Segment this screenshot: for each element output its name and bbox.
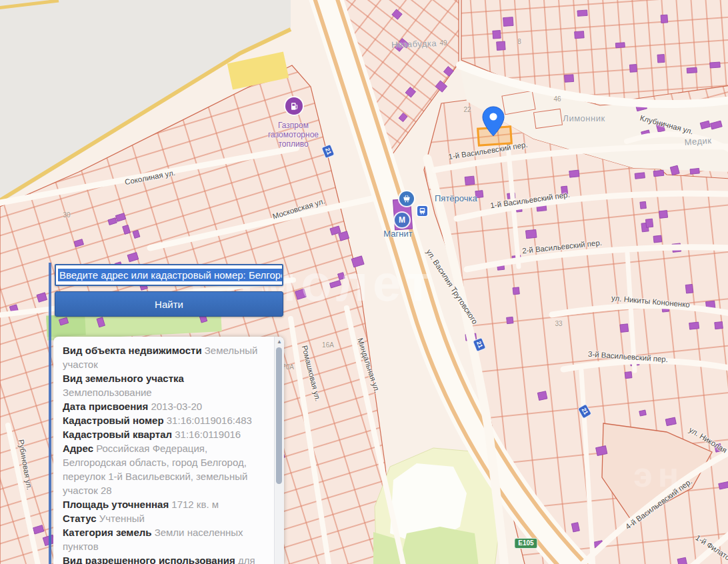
house <box>690 168 699 174</box>
panel-field: Площадь уточненная 1712 кв. м <box>63 497 263 511</box>
house <box>653 235 662 243</box>
panel-field: Вид разрешенного использования для персп… <box>63 553 263 564</box>
house <box>493 31 501 39</box>
panel-field: Статус Учтенный <box>63 511 263 525</box>
pin-icon <box>482 106 505 137</box>
house <box>685 284 693 293</box>
panel-field: Дата присвоения 2013-03-20 <box>63 399 263 413</box>
field-label: Категория земель <box>63 527 151 538</box>
house <box>577 10 587 16</box>
field-value: 31:16:0119016:483 <box>164 415 252 426</box>
house <box>715 443 722 452</box>
house <box>507 317 513 323</box>
field-label: Вид объекта недвижимости <box>63 345 202 356</box>
house <box>645 219 653 227</box>
field-label: Вид земельного участка <box>63 373 184 384</box>
fuel-icon[interactable] <box>285 97 303 115</box>
house <box>615 43 625 48</box>
scroll-thumb[interactable] <box>276 347 282 484</box>
scroll-up-arrow-icon[interactable]: ▲ <box>275 337 284 346</box>
map-pin[interactable] <box>482 106 505 139</box>
house <box>569 170 579 177</box>
house <box>497 41 505 50</box>
house <box>629 65 637 73</box>
parcel-info-panel: Вид объекта недвижимости Земельный участ… <box>53 337 284 564</box>
house <box>620 324 629 333</box>
panel-fields: Вид объекта недвижимости Земельный участ… <box>63 343 263 564</box>
house <box>513 287 519 295</box>
house <box>640 201 647 209</box>
field-value: Учтенный <box>97 513 145 524</box>
panel-field: Адрес Российская Федерация, Белгородская… <box>63 441 263 497</box>
field-value: 1712 кв. м <box>169 499 219 510</box>
house <box>657 55 665 63</box>
house <box>475 191 483 198</box>
house <box>575 31 585 39</box>
house <box>715 321 723 329</box>
panel-field: Вид объекта недвижимости Земельный участ… <box>63 343 263 371</box>
field-value: 31:16:0119016 <box>172 429 241 440</box>
search-input[interactable]: Введите адрес или кадастровый номер: Бел… <box>55 264 283 286</box>
panel-field: Вид земельного участка Землепользование <box>63 371 263 399</box>
house <box>653 170 664 177</box>
house <box>689 322 699 329</box>
panel-field: Кадастровый квартал 31:16:0119016 <box>63 427 263 441</box>
field-label: Адрес <box>63 443 93 454</box>
house <box>659 211 668 219</box>
field-label: Статус <box>63 513 97 524</box>
field-label: Площадь уточненная <box>63 499 169 510</box>
panel-scrollbar[interactable]: ▲ <box>274 337 284 564</box>
widget-frame-edge <box>49 263 51 564</box>
house <box>625 371 632 378</box>
field-label: Дата присвоения <box>63 401 148 412</box>
field-label: Кадастровый номер <box>63 415 164 426</box>
find-button[interactable]: Найти <box>55 291 283 317</box>
house <box>503 17 513 27</box>
house <box>687 67 697 73</box>
house <box>596 446 607 456</box>
map-stage: самолетэнСоколиная ул.Московская ул.Рома… <box>0 0 728 564</box>
panel-field: Категория земель Земли населенных пункто… <box>63 525 263 553</box>
field-value: 2013-03-20 <box>148 401 202 412</box>
field-value: Землепользование <box>63 387 152 398</box>
house <box>465 176 475 185</box>
house <box>635 173 645 179</box>
house <box>571 523 579 532</box>
house <box>525 229 537 238</box>
house <box>565 75 574 83</box>
house <box>561 186 568 195</box>
house <box>639 410 647 416</box>
house <box>537 391 547 401</box>
search-input-value: Введите адрес или кадастровый номер: Бел… <box>58 269 283 281</box>
letter-m-icon[interactable]: М <box>395 213 409 227</box>
house <box>710 62 721 68</box>
bus-icon[interactable] <box>417 206 427 216</box>
field-label: Кадастровый квартал <box>63 429 172 440</box>
house <box>661 15 668 23</box>
panel-field: Кадастровый номер 31:16:0119016:483 <box>63 413 263 427</box>
field-label: Вид разрешенного использования <box>63 555 235 564</box>
basket-icon[interactable] <box>399 191 414 206</box>
